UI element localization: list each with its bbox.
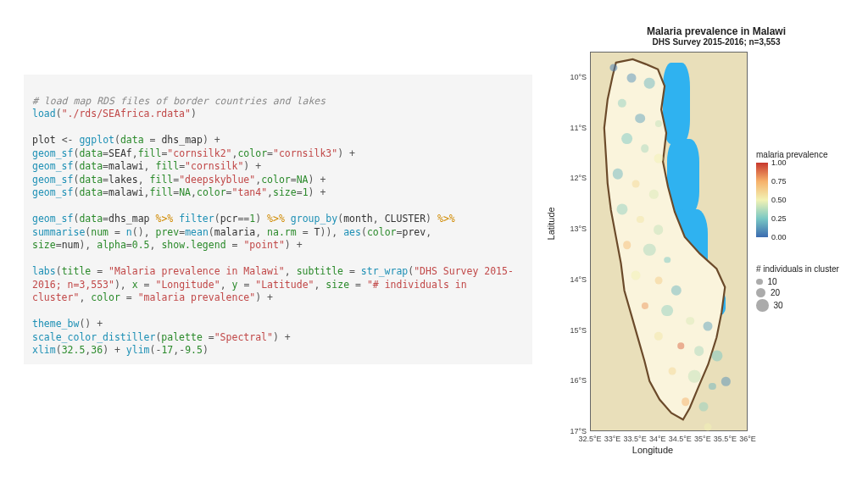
data-point (678, 343, 685, 350)
colorbar-labels: 0.000.250.500.751.00 (771, 163, 795, 237)
y-axis-label: Latitude (546, 207, 556, 240)
y-tick-label: 16°S (565, 376, 587, 385)
data-point (644, 77, 655, 88)
colorbar-tick: 0.00 (771, 233, 787, 241)
data-point (643, 244, 656, 257)
data-point (623, 241, 632, 249)
data-point (632, 180, 640, 188)
data-point (665, 257, 671, 263)
y-tick-label: 15°S (565, 326, 587, 335)
plot-subtitle: DHS Survey 2015-2016; n=3,553 (576, 37, 856, 47)
y-tick-label: 11°S (565, 124, 587, 132)
size-legend-row: 20 (756, 288, 839, 297)
x-tick-label: 33°E (604, 435, 621, 443)
data-point (698, 402, 708, 412)
plot-panel (590, 52, 748, 431)
code-block: # load map RDS files of border countries… (24, 75, 532, 364)
data-point (688, 370, 701, 383)
data-point (654, 154, 663, 164)
data-point (686, 317, 694, 325)
y-tick-label: 14°S (565, 275, 587, 284)
y-tick-label: 12°S (565, 174, 587, 182)
data-point (682, 397, 690, 406)
x-tick-label: 33.5°E (624, 435, 647, 443)
colorbar-tick: 1.00 (771, 158, 787, 167)
size-legend-label: 30 (774, 301, 783, 310)
data-point (636, 114, 646, 124)
data-point (704, 424, 712, 431)
x-tick-label: 34°E (649, 435, 666, 443)
y-tick-label: 10°S (565, 73, 587, 81)
data-point (668, 368, 676, 375)
size-legend-title: # individuals in cluster (756, 264, 839, 274)
data-point (654, 276, 662, 284)
y-tick-label: 13°S (565, 225, 587, 233)
data-point (661, 305, 673, 317)
x-axis-label: Longitude (559, 445, 746, 455)
x-tick-label: 35°E (694, 435, 711, 443)
x-tick-label: 35.5°E (714, 435, 737, 443)
x-tick-label: 32.5°E (578, 435, 601, 443)
colorbar-tick: 0.50 (771, 196, 787, 204)
x-tick-label: 34.5°E (669, 435, 692, 443)
colorbar-tick: 0.75 (771, 177, 787, 186)
data-point (626, 73, 636, 82)
data-point (621, 133, 633, 145)
color-legend-title: malaria prevalence (756, 150, 839, 159)
data-point (704, 321, 713, 330)
colorbar-tick: 0.25 (771, 214, 787, 223)
colorbar (756, 163, 768, 237)
size-legend-label: 10 (768, 277, 777, 286)
x-tick-label: 36°E (739, 435, 756, 443)
data-point (641, 145, 649, 153)
size-legend-dot (756, 279, 763, 286)
plot-title: Malaria prevalence in Malawi (576, 25, 856, 37)
data-point (632, 270, 641, 280)
plot-body: Latitude Longitude 10°S11°S12°S13°S14°S1… (559, 48, 848, 455)
size-legend-label: 20 (771, 288, 780, 297)
size-legend-row: 10 (756, 277, 839, 286)
legend: malaria prevalence 0.000.250.500.751.00 … (756, 150, 839, 312)
size-legend-row: 30 (756, 299, 839, 312)
code-comment: # load map RDS files of border countries… (32, 95, 326, 107)
plot-output: Malaria prevalence in Malawi DHS Survey … (559, 25, 856, 474)
data-point (654, 225, 664, 235)
size-legend-dot (756, 299, 769, 312)
size-legend: # individuals in cluster 102030 (756, 264, 839, 312)
size-legend-dot (756, 288, 765, 297)
data-point (694, 347, 704, 357)
